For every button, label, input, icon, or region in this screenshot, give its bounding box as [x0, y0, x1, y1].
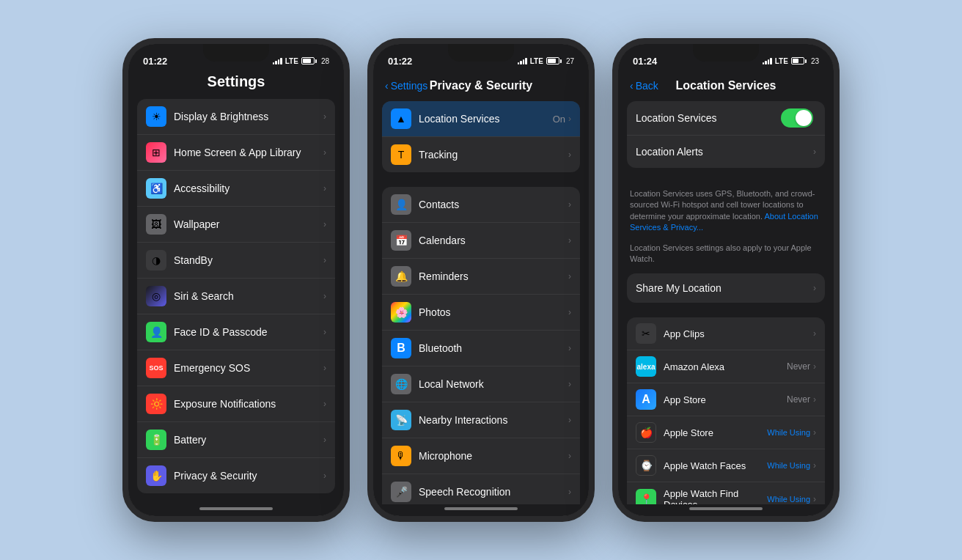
- phone-3: 01:24 LTE 23 ‹ Back Location Services: [612, 38, 840, 522]
- battery-2: [546, 57, 562, 65]
- page-title-1: Settings: [128, 73, 344, 99]
- finddevices-name: Apple Watch Find Devices: [664, 488, 767, 504]
- chevron-icon: ›: [323, 471, 326, 481]
- applestore-icon: 🍎: [636, 422, 656, 443]
- chevron-icon: ›: [568, 379, 571, 389]
- photos-icon: 🌸: [391, 302, 411, 323]
- chevron-icon: ›: [568, 235, 571, 246]
- battery-pct-2: 27: [566, 57, 574, 65]
- list-item[interactable]: 🍎 Apple Store While Using ›: [627, 416, 825, 449]
- location-description: Location Services uses GPS, Bluetooth, a…: [618, 183, 834, 243]
- list-item[interactable]: ✂ App Clips ›: [627, 317, 825, 350]
- status-right-3: LTE 23: [763, 57, 819, 65]
- list-item[interactable]: 📡 Nearby Interactions ›: [382, 402, 580, 438]
- alexa-perm: Never: [787, 361, 810, 372]
- on-value: On: [553, 114, 565, 125]
- list-item[interactable]: 👤 Contacts ›: [382, 187, 580, 223]
- list-item[interactable]: A App Store Never ›: [627, 383, 825, 416]
- standby-icon: ◑: [146, 250, 166, 270]
- list-item[interactable]: ⊞ Home Screen & App Library ›: [137, 135, 335, 171]
- notch-3: [693, 44, 759, 62]
- list-item[interactable]: Location Alerts ›: [627, 136, 825, 168]
- home-indicator-3: [689, 507, 763, 510]
- list-item[interactable]: 🖼 Wallpaper ›: [137, 207, 335, 243]
- chevron-icon: ›: [813, 460, 816, 471]
- notch-2: [448, 44, 514, 62]
- list-item[interactable]: SOS Emergency SOS ›: [137, 350, 335, 386]
- localnetwork-label: Local Network: [419, 378, 568, 390]
- nearby-label: Nearby Interactions: [419, 414, 568, 426]
- phone-2: 01:22 LTE 27 ‹ Settings Privacy & Securi…: [367, 38, 595, 522]
- contacts2-label: Contacts: [419, 199, 568, 210]
- chevron-icon: ›: [323, 255, 326, 265]
- tracking-icon: T: [391, 144, 411, 165]
- settings-scroll[interactable]: ☀ Display & Brightness › ⊞ Home Screen &…: [128, 99, 344, 504]
- list-item[interactable]: 📅 Calendars ›: [382, 223, 580, 259]
- list-item[interactable]: ☀ Display & Brightness ›: [137, 99, 335, 135]
- chevron-icon: ›: [323, 111, 326, 122]
- list-item[interactable]: ◎ Siri & Search ›: [137, 279, 335, 314]
- list-item[interactable]: 🎤 Speech Recognition ›: [382, 474, 580, 504]
- chevron-icon: ›: [323, 219, 326, 229]
- chevron-icon: ›: [813, 394, 816, 405]
- list-item[interactable]: 🌸 Photos ›: [382, 295, 580, 331]
- chevron-icon: ›: [813, 328, 816, 339]
- location-scroll[interactable]: Location Services Location Alerts › Loca…: [618, 101, 834, 504]
- applestore-perm: While Using: [767, 428, 810, 437]
- list-item[interactable]: ⌚ Apple Watch Faces While Using ›: [627, 449, 825, 482]
- list-item[interactable]: ◑ StandBy ›: [137, 243, 335, 279]
- list-item[interactable]: Location Services: [627, 101, 825, 136]
- chevron-icon: ›: [813, 427, 816, 438]
- exposure-label: Exposure Notifications: [174, 398, 323, 410]
- share-location-button[interactable]: Share My Location ›: [627, 273, 825, 303]
- battery-pct-3: 23: [811, 57, 819, 65]
- list-item[interactable]: 🔔 Reminders ›: [382, 259, 580, 295]
- lte-1: LTE: [285, 57, 298, 65]
- location-toggle[interactable]: [781, 108, 813, 128]
- list-item[interactable]: ✋ Privacy & Security ›: [137, 458, 335, 493]
- chevron-icon: ›: [323, 291, 326, 301]
- photos-label: Photos: [419, 306, 568, 318]
- list-item[interactable]: ▲ Location Services On ›: [382, 101, 580, 137]
- list-item[interactable]: 🔋 Battery ›: [137, 422, 335, 458]
- battery-1: [301, 57, 317, 65]
- location-label: Location Services: [419, 113, 553, 125]
- chevron-icon: ›: [813, 283, 816, 293]
- list-item[interactable]: 🔆 Exposure Notifications ›: [137, 386, 335, 422]
- location-description-2: Location Services settings also apply to…: [618, 243, 834, 274]
- list-item[interactable]: alexa Amazon Alexa Never ›: [627, 350, 825, 383]
- privacy-scroll[interactable]: ▲ Location Services On › T Tracking › 👤 …: [373, 101, 589, 504]
- chevron-icon: ›: [813, 147, 816, 157]
- list-item[interactable]: 👤 Face ID & Passcode ›: [137, 314, 335, 350]
- back-button-2[interactable]: ‹ Settings: [385, 80, 427, 92]
- nav-title-3: Location Services: [630, 79, 822, 92]
- sos-label: Emergency SOS: [174, 362, 323, 374]
- tracking-label: Tracking: [419, 149, 568, 161]
- back-button-3[interactable]: ‹ Back: [630, 80, 658, 92]
- list-item[interactable]: ♿ Accessibility ›: [137, 171, 335, 207]
- localnetwork-icon: 🌐: [391, 374, 411, 394]
- signal-1: [273, 57, 282, 65]
- signal-3: [763, 57, 772, 65]
- apps-group: ✂ App Clips › alexa Amazon Alexa Never ›…: [627, 317, 825, 504]
- list-item[interactable]: T Tracking ›: [382, 137, 580, 172]
- homescreen-label: Home Screen & App Library: [174, 147, 323, 158]
- list-item[interactable]: 🌐 Local Network ›: [382, 366, 580, 402]
- chevron-icon: ›: [568, 199, 571, 210]
- lte-3: LTE: [775, 57, 788, 65]
- battery-label: Battery: [174, 434, 323, 446]
- microphone-icon: 🎙: [391, 446, 411, 466]
- siri-icon: ◎: [146, 286, 166, 306]
- finddevices-icon: 📍: [636, 489, 656, 504]
- time-3: 01:24: [633, 56, 657, 67]
- battery-icon: 🔋: [146, 430, 166, 450]
- display-label: Display & Brightness: [174, 111, 323, 122]
- list-item[interactable]: 📍 Apple Watch Find Devices While Using ›: [627, 482, 825, 504]
- list-item[interactable]: 🎙 Microphone ›: [382, 438, 580, 474]
- chevron-icon: ›: [568, 343, 571, 353]
- signal-2: [518, 57, 527, 65]
- chevron-icon: ›: [323, 399, 326, 409]
- loc-alerts-label: Location Alerts: [636, 146, 813, 158]
- list-item[interactable]: B Bluetooth ›: [382, 331, 580, 366]
- chevron-icon: ›: [813, 361, 816, 372]
